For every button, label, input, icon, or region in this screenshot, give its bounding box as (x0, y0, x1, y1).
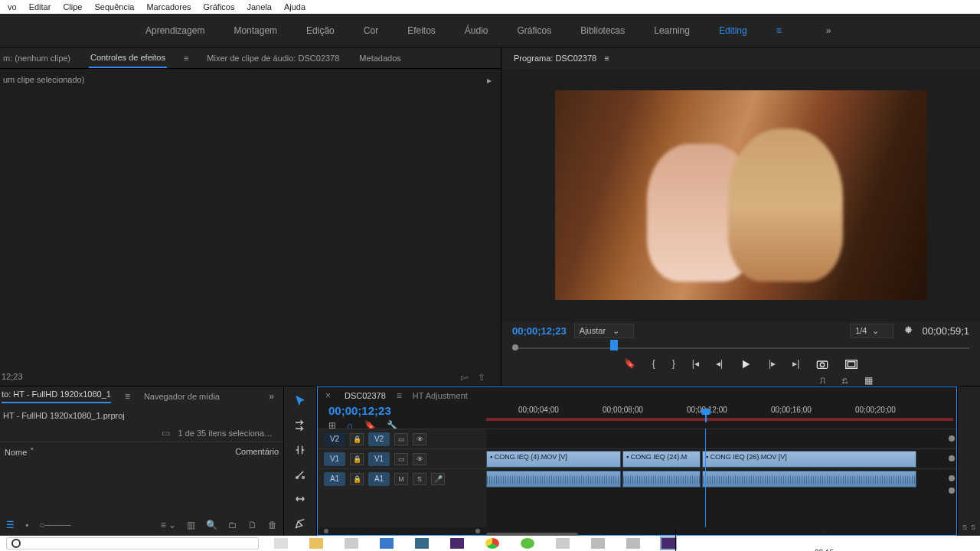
sync-lock-icon[interactable]: ▭ (394, 453, 408, 465)
workspace-tab[interactable]: Bibliotecas (580, 25, 625, 36)
timeline-ruler[interactable]: 00;00;04;00 00;00;08;00 00;00;12;00 00;0… (486, 404, 956, 429)
edge-icon[interactable] (380, 538, 394, 549)
bin-icon[interactable]: ▭ (162, 428, 170, 439)
menu-item[interactable]: Marcadores (140, 1, 197, 13)
menu-item[interactable]: Ajuda (278, 1, 312, 13)
mark-out-icon[interactable]: } (672, 358, 675, 369)
track-v2[interactable] (486, 429, 956, 448)
panel-menu-icon[interactable]: ≡ (604, 54, 609, 63)
tab-project[interactable]: to: HT - FullHD 1920x1080_1 (2, 390, 111, 403)
settings-icon[interactable] (903, 324, 913, 337)
track-header-v1[interactable]: V1 🔒 V1 ▭ 👁 (318, 448, 486, 468)
app-icon[interactable] (626, 538, 640, 549)
razor-tool-icon[interactable] (292, 466, 309, 483)
video-clip[interactable]: ▪ CONG IEQ (4).MOV [V] (486, 451, 621, 468)
tab-media-browser[interactable]: Navegador de mídia (144, 392, 220, 401)
workspace-overflow-icon[interactable]: » (826, 25, 831, 36)
menu-item[interactable]: Editar (23, 1, 57, 13)
expand-icon[interactable]: ▸ (487, 75, 492, 86)
track-v1[interactable]: ▪ CONG IEQ (4).MOV [V] ▪ CONG IEQ (24).M… (486, 448, 956, 468)
menu-item[interactable]: Janela (241, 1, 278, 13)
program-timecode[interactable]: 00;00;12;23 (512, 325, 567, 337)
mail-icon[interactable] (556, 538, 570, 549)
panel-menu-icon[interactable]: ≡ (125, 391, 130, 402)
workspace-tab[interactable]: Edição (306, 25, 335, 36)
store-icon[interactable] (345, 538, 358, 549)
list-view-icon[interactable]: ☰ (6, 520, 15, 530)
overflow-icon[interactable]: » (269, 391, 274, 402)
lock-icon[interactable]: 🔒 (350, 433, 364, 445)
delete-icon[interactable]: 🗑 (268, 520, 277, 530)
explorer-icon[interactable] (309, 538, 323, 549)
new-item-icon[interactable]: 🗋 (248, 520, 257, 530)
app-icon[interactable] (591, 538, 605, 549)
track-header-v2[interactable]: V2 🔒 V2 ▭ 👁 (318, 429, 486, 448)
workspace-tab[interactable]: Efeitos (407, 25, 436, 36)
go-to-out-icon[interactable]: ▸| (792, 358, 799, 369)
workspace-tab[interactable]: Montagem (234, 25, 277, 36)
playhead-icon[interactable] (610, 340, 618, 350)
track-a1[interactable] (486, 468, 956, 488)
video-clip[interactable]: ▪ CONG IEQ (24).M (622, 451, 701, 468)
workspace-menu-icon[interactable]: ≡ (776, 25, 782, 36)
task-view-icon[interactable] (274, 538, 288, 549)
button-editor-icon[interactable]: ▦ (864, 375, 873, 386)
play-icon[interactable] (740, 358, 752, 373)
workspace-tab-active[interactable]: Editing (719, 25, 747, 36)
step-back-icon[interactable]: ◂| (716, 358, 723, 369)
eye-icon[interactable]: 👁 (413, 433, 426, 445)
go-to-in-icon[interactable]: |◂ (692, 358, 699, 369)
workspace-tab[interactable]: Learning (654, 25, 690, 36)
icon-view-icon[interactable]: ▪ (25, 520, 28, 530)
track-source[interactable]: A1 (368, 472, 390, 486)
timeline-playhead-icon[interactable] (705, 415, 707, 422)
workspace-tab[interactable]: Aprendizagem (145, 25, 204, 36)
spotify-icon[interactable] (521, 538, 534, 549)
step-forward-icon[interactable]: |▸ (769, 358, 776, 369)
workspace-tab[interactable]: Áudio (465, 25, 488, 36)
tray-chevron-icon[interactable]: ˄ (822, 530, 826, 538)
panel-menu-icon[interactable]: ≡ (184, 54, 188, 63)
find-icon[interactable]: 🔍 (206, 520, 217, 530)
extract-icon[interactable]: ⎌ (842, 375, 848, 386)
track-select-tool-icon[interactable] (292, 417, 309, 434)
track-source[interactable]: V2 (368, 432, 390, 446)
menu-item[interactable]: vo (2, 1, 23, 13)
add-marker-icon[interactable]: 🔖 (624, 358, 635, 369)
column-comment[interactable]: Comentário (235, 447, 279, 457)
timeline-timecode[interactable]: 00;00;12;23 (328, 404, 486, 417)
close-tab-icon[interactable]: × (325, 390, 331, 401)
zoom-fit-dropdown[interactable]: Ajustar ⌄ (574, 324, 634, 338)
mark-in-icon[interactable]: { (652, 358, 655, 369)
ripple-edit-tool-icon[interactable] (292, 442, 309, 458)
program-monitor[interactable] (501, 69, 980, 321)
project-item-row[interactable] (0, 461, 283, 487)
playhead-line[interactable] (705, 429, 706, 527)
sequence-tab[interactable]: HT Adjustment (413, 391, 468, 400)
program-scrubber[interactable] (512, 340, 969, 355)
pen-tool-icon[interactable] (292, 515, 309, 532)
track-target[interactable]: V1 (324, 452, 345, 466)
audio-clip[interactable] (486, 471, 621, 487)
zoom-slider[interactable]: ○──── (39, 520, 70, 530)
overwrite-icon[interactable]: ⇪ (478, 372, 485, 383)
video-clip[interactable]: ▪ CONG IEQ (26).MOV [V] (702, 451, 916, 468)
premiere-icon[interactable] (450, 538, 464, 549)
selection-tool-icon[interactable] (292, 393, 309, 409)
tab-source[interactable]: m: (nenhum clipe) (2, 49, 72, 67)
track-target[interactable]: V2 (324, 432, 345, 446)
safe-margins-icon[interactable] (845, 358, 858, 373)
track-header-a1[interactable]: A1 🔒 A1 M S 🎤 (318, 468, 486, 488)
insert-icon[interactable]: ▹▫ (461, 372, 469, 383)
slip-tool-icon[interactable] (292, 491, 309, 507)
timeline-clips-area[interactable]: ▪ CONG IEQ (4).MOV [V] ▪ CONG IEQ (24).M… (486, 429, 956, 527)
tab-metadata[interactable]: Metadados (358, 49, 402, 67)
audio-clip[interactable] (622, 471, 701, 487)
menu-item[interactable]: Clipe (57, 1, 88, 13)
tab-audio-clip-mixer[interactable]: Mixer de clipe de áudio: DSC02378 (205, 49, 341, 67)
audio-clip[interactable] (702, 471, 916, 487)
column-name[interactable]: Nome ˄ (5, 447, 34, 457)
panel-menu-icon[interactable]: ≡ (397, 390, 402, 401)
mute-icon[interactable]: M (394, 473, 408, 485)
lift-icon[interactable]: ⎍ (820, 375, 825, 386)
